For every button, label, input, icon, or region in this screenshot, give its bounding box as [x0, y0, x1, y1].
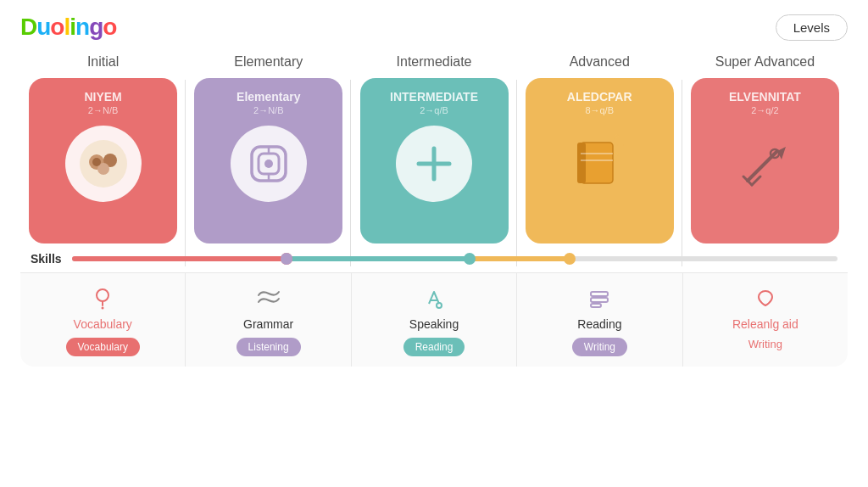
- writing-skill-name: Releanlg aid: [732, 317, 798, 331]
- card-icon-intermediate: [396, 126, 472, 202]
- levels-container: Initial NIYEM 2→N/B: [20, 54, 848, 367]
- svg-rect-29: [591, 292, 608, 296]
- level-title-intermediate: Intermediate: [397, 54, 472, 70]
- progress-fill-orange: [470, 256, 569, 261]
- progress-fill-teal: [287, 256, 470, 261]
- header: Duolingo Levels: [0, 0, 868, 54]
- skill-item-grammar: Grammar Listening: [186, 273, 351, 367]
- level-col-elementary: Elementary Elementary 2→N/B: [186, 54, 351, 244]
- progress-fill-red: [72, 256, 287, 261]
- svg-rect-31: [591, 304, 601, 307]
- svg-point-7: [264, 160, 273, 168]
- vocabulary-icon: [91, 285, 114, 312]
- svg-line-18: [615, 152, 618, 155]
- level-title-initial: Initial: [87, 54, 119, 70]
- level-col-initial: Initial NIYEM 2→N/B: [20, 54, 186, 244]
- svg-point-24: [97, 289, 108, 301]
- svg-point-26: [102, 307, 104, 310]
- card-advanced: ALEDCPAR 8→q/B: [526, 78, 674, 244]
- card-icon-initial: [65, 126, 142, 202]
- card-title-super: ELVENNITAT: [729, 90, 801, 104]
- speaking-badge[interactable]: Reading: [403, 338, 465, 356]
- card-title-initial: NIYEM: [84, 90, 121, 104]
- card-elementary: Elementary 2→N/B: [194, 78, 342, 244]
- levels-row: Initial NIYEM 2→N/B: [20, 54, 848, 244]
- skills-label: Skills: [31, 252, 62, 266]
- reading-name: Reading: [577, 317, 621, 331]
- svg-point-4: [92, 158, 101, 166]
- card-icon-advanced: [561, 126, 637, 202]
- grammar-icon: [255, 285, 282, 312]
- card-icon-elementary: [231, 126, 307, 202]
- dot-intermediate: [464, 253, 476, 265]
- svg-rect-13: [577, 143, 586, 183]
- card-sub-intermediate: 2→q/B: [420, 105, 448, 115]
- card-intermediate: INTERMEDIATE 2→q/B: [360, 78, 509, 244]
- reading-icon: [587, 285, 611, 312]
- skill-item-writing: Releanlg aid Writing: [683, 273, 848, 367]
- vocabulary-badge[interactable]: Vocabulary: [66, 338, 140, 356]
- skill-item-reading: Reading Writing: [517, 273, 682, 367]
- svg-line-16: [615, 135, 618, 138]
- card-sub-super: 2→q/2: [751, 105, 778, 115]
- svg-rect-30: [591, 298, 608, 302]
- grammar-badge[interactable]: Listening: [236, 338, 301, 356]
- svg-line-23: [752, 176, 760, 185]
- progress-container: [72, 256, 837, 261]
- svg-point-28: [437, 303, 442, 308]
- skill-item-speaking: Speaking Reading: [352, 273, 517, 367]
- vocabulary-name: Vocabulary: [74, 317, 132, 331]
- speaking-icon: [422, 285, 446, 312]
- dot-elementary: [281, 253, 292, 265]
- card-sub-advanced: 8→q/B: [585, 105, 614, 115]
- reading-badge[interactable]: Writing: [572, 338, 627, 356]
- levels-button[interactable]: Levels: [776, 14, 848, 41]
- svg-line-19: [748, 151, 777, 181]
- level-col-intermediate: Intermediate INTERMEDIATE 2→q/B: [351, 54, 516, 244]
- card-icon-super: [726, 126, 803, 202]
- level-col-super: Super Advanced ELVENNITAT 2→q/2: [682, 54, 848, 244]
- card-title-advanced: ALEDCPAR: [567, 90, 632, 104]
- writing-icon: [754, 285, 777, 312]
- card-initial: NIYEM 2→N/B: [29, 78, 177, 244]
- card-title-elementary: Elementary: [236, 90, 300, 104]
- level-title-elementary: Elementary: [234, 54, 303, 70]
- skills-bottom: Vocabulary Vocabulary Grammar Listening: [20, 272, 848, 367]
- level-col-advanced: Advanced ALEDCPAR 8→q/B: [517, 54, 682, 244]
- speaking-name: Speaking: [409, 317, 459, 331]
- level-title-super: Super Advanced: [715, 54, 815, 70]
- logo: Duolingo: [20, 14, 116, 41]
- card-sub-elementary: 2→N/B: [253, 105, 283, 115]
- card-sub-initial: 2→N/B: [88, 105, 118, 115]
- dot-advanced: [564, 253, 576, 265]
- level-title-advanced: Advanced: [570, 54, 630, 70]
- writing-badge: Writing: [748, 338, 782, 350]
- skills-row: Skills: [20, 244, 848, 272]
- skill-item-vocabulary: Vocabulary Vocabulary: [20, 273, 186, 367]
- grammar-name: Grammar: [243, 317, 293, 331]
- main-content: Initial NIYEM 2→N/B: [0, 54, 868, 367]
- card-title-intermediate: INTERMEDIATE: [390, 90, 478, 104]
- card-super: ELVENNITAT 2→q/2: [691, 78, 839, 244]
